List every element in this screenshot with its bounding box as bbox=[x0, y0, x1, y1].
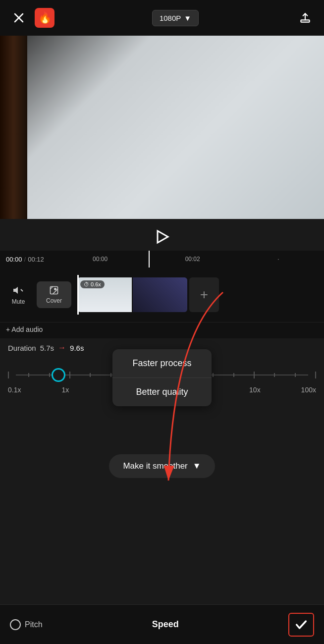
speed-label-10x: 10x bbox=[249, 386, 261, 394]
tick bbox=[315, 372, 316, 378]
clip-speed-badge: ⏱ 0.6x bbox=[80, 280, 105, 288]
speed-handle[interactable] bbox=[52, 368, 65, 382]
top-bar: 🔥 1080P ▼ bbox=[0, 0, 324, 36]
tick bbox=[69, 372, 70, 378]
close-button[interactable] bbox=[10, 9, 28, 27]
speed-label-01x: 0.1x bbox=[8, 386, 21, 394]
tick bbox=[90, 373, 91, 377]
duration-from: 5.7s bbox=[40, 344, 54, 352]
smoother-arrow-icon: ▼ bbox=[193, 461, 201, 471]
tick bbox=[28, 373, 29, 377]
tick bbox=[254, 372, 255, 378]
faster-process-option[interactable]: Faster process bbox=[112, 349, 212, 378]
mute-label: Mute bbox=[12, 298, 25, 305]
bottom-nav: Pitch Speed bbox=[0, 604, 324, 644]
timeline-markers: 00:00 00:02 · bbox=[44, 256, 318, 263]
timeline-cursor bbox=[149, 251, 150, 268]
timeline-current: 00:00 bbox=[6, 256, 22, 263]
marker-2: 00:02 bbox=[185, 256, 200, 263]
cover-label: Cover bbox=[46, 297, 62, 304]
svg-line-6 bbox=[21, 289, 23, 291]
playback-area bbox=[0, 219, 324, 251]
mute-button[interactable]: Mute bbox=[6, 284, 31, 305]
tick bbox=[213, 373, 214, 377]
speed-label-100x: 100x bbox=[301, 386, 316, 394]
timeline-playhead bbox=[77, 275, 79, 315]
pitch-circle-icon bbox=[10, 619, 21, 630]
clip-area: Mute Cover ⏱ 0.6x + bbox=[0, 268, 324, 322]
video-overlay bbox=[0, 36, 27, 219]
resolution-button[interactable]: 1080P ▼ bbox=[152, 10, 199, 26]
clip-strip: ⏱ 0.6x + bbox=[77, 275, 324, 315]
timeline-bar: 00:00 / 00:12 00:00 00:02 · bbox=[0, 251, 324, 268]
tick bbox=[8, 372, 9, 378]
smoother-section: Make it smoother ▼ bbox=[0, 400, 324, 485]
smoother-label: Make it smoother bbox=[123, 461, 187, 471]
svg-point-8 bbox=[54, 288, 56, 290]
speed-section: 0.1x 1x 10x 100x Faster process Better q… bbox=[0, 357, 324, 400]
top-bar-left: 🔥 bbox=[10, 8, 54, 28]
cover-button[interactable]: Cover bbox=[37, 281, 71, 308]
export-button[interactable] bbox=[296, 9, 314, 27]
pitch-button[interactable]: Pitch bbox=[10, 619, 43, 630]
duration-arrow-icon: → bbox=[58, 343, 66, 352]
svg-rect-3 bbox=[301, 20, 309, 22]
speed-dropdown-menu: Faster process Better quality bbox=[112, 349, 212, 406]
add-clip-button[interactable]: + bbox=[189, 277, 219, 312]
video-preview bbox=[0, 36, 324, 219]
tick bbox=[295, 373, 296, 377]
tick bbox=[274, 373, 275, 377]
svg-marker-4 bbox=[158, 231, 168, 243]
marker-1: 00:00 bbox=[93, 256, 108, 263]
tick bbox=[110, 373, 111, 377]
marker-dot: · bbox=[277, 256, 279, 263]
duration-label: Duration bbox=[8, 344, 36, 352]
tick bbox=[49, 373, 50, 377]
play-button[interactable] bbox=[151, 226, 173, 248]
confirm-button[interactable] bbox=[288, 613, 314, 637]
timeline-separator: / bbox=[24, 256, 26, 263]
better-quality-option[interactable]: Better quality bbox=[112, 378, 212, 406]
speed-label-1x: 1x bbox=[61, 386, 69, 394]
pitch-label: Pitch bbox=[25, 620, 43, 629]
add-audio-button[interactable]: + Add audio bbox=[0, 322, 324, 338]
svg-marker-5 bbox=[13, 287, 18, 294]
speed-tab-label: Speed bbox=[152, 619, 179, 630]
make-smoother-button[interactable]: Make it smoother ▼ bbox=[109, 454, 215, 478]
clip-thumb-2 bbox=[133, 277, 187, 312]
brand-logo: 🔥 bbox=[35, 8, 54, 28]
tick bbox=[233, 373, 234, 377]
timeline-total: 00:12 bbox=[28, 256, 44, 263]
add-audio-label: + Add audio bbox=[6, 325, 43, 333]
duration-to: 9.6s bbox=[70, 344, 84, 352]
